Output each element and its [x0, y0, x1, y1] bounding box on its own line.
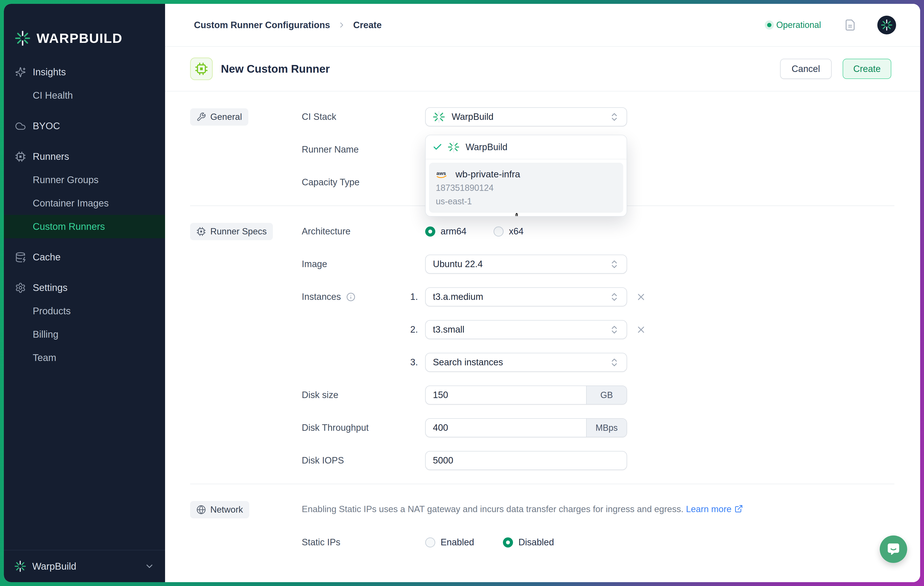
sidebar-item-label: BYOC [33, 121, 60, 131]
sidebar-item-label: Settings [33, 282, 68, 293]
sidebar-item-label: Team [33, 352, 56, 363]
instance-row-number: 3. [410, 357, 418, 368]
radio-enabled[interactable]: Enabled [425, 537, 474, 548]
image-select[interactable]: Ubuntu 22.4 [425, 254, 627, 274]
sidebar-item-custom-runners[interactable]: Custom Runners [4, 215, 165, 238]
sidebar-item-runner-groups[interactable]: Runner Groups [4, 168, 165, 191]
sidebar-item-ci-health[interactable]: CI Health [4, 84, 165, 107]
section-runner-specs: Runner Specs Architecture arm64 x64 [190, 206, 920, 470]
chat-launcher-button[interactable] [880, 535, 907, 563]
chevrons-up-down-icon [609, 357, 619, 368]
sidebar-item-label: Products [33, 305, 71, 317]
instance-select-1[interactable]: t3.a.medium [425, 287, 627, 306]
dropdown-option-warpbuild[interactable]: WarpBuild [426, 135, 627, 159]
radio-disabled[interactable]: Disabled [503, 537, 554, 548]
status-badge[interactable]: Operational [767, 20, 821, 30]
disk-iops-input[interactable]: 5000 [425, 451, 627, 470]
learn-more-link[interactable]: Learn more [686, 504, 731, 514]
cpu-icon [195, 62, 208, 76]
image-label: Image [302, 259, 425, 269]
warpbuild-logo-icon [15, 31, 30, 46]
cache-database-icon [15, 252, 26, 263]
sidebar-item-insights[interactable]: Insights [4, 60, 165, 84]
sidebar-item-settings[interactable]: Settings [4, 276, 165, 299]
breadcrumb-root[interactable]: Custom Runner Configurations [194, 20, 330, 30]
page-header: New Custom Runner Cancel Create [165, 47, 920, 91]
disk-size-label: Disk size [302, 390, 425, 400]
ci-stack-value: WarpBuild [452, 112, 493, 122]
runner-specs-section-badge: Runner Specs [190, 223, 273, 240]
sidebar-item-runners[interactable]: Runners [4, 145, 165, 168]
page-title: New Custom Runner [221, 62, 330, 75]
general-section-badge: General [190, 108, 248, 125]
sidebar-nav: Insights CI Health BYOC Runners Runner G… [4, 60, 165, 370]
avatar[interactable] [877, 16, 896, 35]
instance-select-2[interactable]: t3.small [425, 320, 627, 339]
runner-chip-badge [190, 58, 213, 80]
sidebar-item-label: Runners [33, 151, 69, 162]
sidebar-item-byoc[interactable]: BYOC [4, 114, 165, 138]
sidebar-item-container-images[interactable]: Container Images [4, 191, 165, 215]
disk-size-unit: GB [586, 386, 627, 404]
remove-instance-button[interactable] [636, 292, 646, 302]
static-ips-note: Enabling Static IPs uses a NAT gateway a… [302, 504, 743, 515]
docs-icon[interactable] [844, 19, 856, 31]
globe-icon [196, 505, 206, 515]
brand-logo: WARPBUILD [4, 4, 165, 46]
org-switcher[interactable]: WarpBuild [4, 550, 165, 582]
create-button[interactable]: Create [843, 59, 891, 79]
warpbuild-logo-icon [15, 561, 26, 572]
warpbuild-logo-icon [881, 19, 893, 31]
main-area: Custom Runner Configurations Create Oper… [165, 4, 920, 582]
app-window: WARPBUILD Insights CI Health BYOC Runner… [4, 4, 920, 582]
warpbuild-logo-icon [448, 141, 459, 153]
sidebar-item-label: Runner Groups [33, 175, 98, 185]
instance-select-3[interactable]: Search instances [425, 353, 627, 372]
brand-name: WARPBUILD [36, 30, 122, 46]
topbar-right: Operational [767, 16, 896, 35]
breadcrumb-current: Create [353, 20, 382, 30]
image-value: Ubuntu 22.4 [433, 259, 483, 269]
ci-stack-dropdown: WarpBuild aws wb-private-infra 18735189 [425, 135, 627, 216]
status-label: Operational [776, 20, 821, 30]
disk-size-input[interactable]: 150 GB [425, 386, 627, 404]
sidebar-item-cache[interactable]: Cache [4, 246, 165, 269]
disk-throughput-label: Disk Throughput [302, 423, 425, 433]
sidebar-item-products[interactable]: Products [4, 299, 165, 323]
form-content: General CI Stack WarpBuild Runner Name [165, 91, 920, 582]
static-ips-radio-group: Enabled Disabled [425, 537, 554, 548]
radio-x64[interactable]: x64 [493, 226, 524, 236]
warpbuild-logo-icon [433, 111, 445, 123]
aws-icon: aws [436, 170, 449, 179]
sidebar-item-label: Container Images [33, 198, 109, 209]
gear-icon [15, 282, 26, 293]
chevron-right-icon [337, 21, 346, 30]
disk-throughput-unit: MBps [586, 419, 627, 437]
cursor-hand-icon [511, 212, 527, 216]
sparkles-icon [15, 67, 26, 78]
disk-throughput-input[interactable]: 400 MBps [425, 418, 627, 437]
svg-text:aws: aws [437, 170, 446, 176]
instances-label: Instances [302, 292, 425, 302]
sidebar-item-team[interactable]: Team [4, 346, 165, 370]
architecture-radio-group: arm64 x64 [425, 226, 524, 236]
region: us-east-1 [436, 196, 617, 206]
sidebar-item-label: CI Health [33, 90, 73, 101]
radio-dot [503, 537, 513, 548]
instance-row-number: 1. [410, 292, 418, 302]
chevrons-up-down-icon [609, 259, 619, 269]
info-icon[interactable] [346, 292, 355, 302]
sidebar-item-billing[interactable]: Billing [4, 323, 165, 346]
disk-iops-label: Disk IOPS [302, 455, 425, 465]
remove-instance-button[interactable] [636, 324, 646, 335]
dropdown-option-wb-private-infra[interactable]: aws wb-private-infra 187351890124 us-eas… [429, 163, 623, 213]
wrench-icon [196, 112, 206, 122]
cpu-icon [196, 227, 206, 236]
org-name: WarpBuild [32, 561, 76, 572]
radio-arm64[interactable]: arm64 [425, 226, 467, 236]
architecture-label: Architecture [302, 226, 425, 236]
cancel-button[interactable]: Cancel [780, 59, 832, 79]
ci-stack-select[interactable]: WarpBuild [425, 107, 627, 126]
ci-stack-label: CI Stack [302, 112, 425, 122]
radio-dot [425, 226, 435, 236]
